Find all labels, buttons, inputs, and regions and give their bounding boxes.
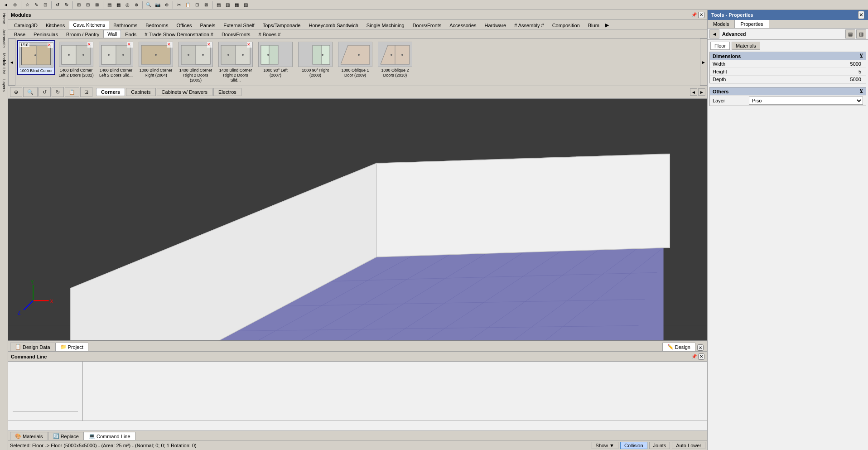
subcat-tab-wall[interactable]: Wall	[103, 30, 121, 38]
joints-btn[interactable]: Joints	[649, 442, 670, 449]
cat-tab-bathrooms[interactable]: Bathrooms	[109, 21, 141, 29]
layer-select[interactable]: Piso Default Layer 1	[749, 97, 863, 105]
module-item-3[interactable]: ✕ 1400 Blind Corner Left 2 Doors Slid...	[97, 40, 135, 79]
subcat-tab-trade-show[interactable]: # Trade Show Demonstration #	[140, 30, 217, 38]
command-close-btn[interactable]: ✕	[698, 353, 704, 360]
toolbar-btn-1[interactable]: ◄	[2, 1, 10, 9]
sub-toolbar-btn-1[interactable]: ⊕	[10, 87, 22, 97]
cat-tab-offices[interactable]: Offices	[172, 21, 196, 29]
cat-tab-more[interactable]: ▶	[603, 21, 611, 29]
cmd-tab-materials[interactable]: 🎨 Materials	[10, 432, 48, 440]
cat-tab-composition[interactable]: Composition	[548, 21, 584, 29]
toolbar-btn-23[interactable]: ▥	[223, 1, 231, 9]
module-item-4[interactable]: ✕ 1000 Blind Corner Right (2004)	[137, 40, 175, 79]
cat-tab-bedrooms[interactable]: Bedrooms	[141, 21, 172, 29]
sub-toolbar-btn-6[interactable]: ⊡	[80, 87, 92, 97]
module-item-10[interactable]: 1000 Oblique 2 Doors (2010)	[376, 40, 414, 79]
module-delete-6[interactable]: ✕	[247, 42, 252, 48]
module-item-6[interactable]: ✕ 1400 Blind Corner Right 2 Doors Slid..…	[217, 40, 255, 84]
right-table-icon-2[interactable]: ▥	[856, 29, 866, 39]
cat-tab-assembly[interactable]: # Assembly #	[510, 21, 548, 29]
subcat-tab-base[interactable]: Base	[10, 30, 29, 38]
cmd-tab-command-line[interactable]: 💻 Command Line	[84, 432, 135, 440]
filter-tab-cabinets-drawers[interactable]: Cabinets w/ Drawers	[157, 88, 212, 96]
module-scroll-right[interactable]: ►	[700, 39, 707, 86]
subcat-tab-doors[interactable]: Doors/Fronts	[217, 30, 255, 38]
right-panel-close-btn[interactable]: ✕	[858, 11, 864, 19]
cat-tab-panels[interactable]: Panels	[196, 21, 220, 29]
module-item-2[interactable]: ✕ 1400 Blind Corner Left 2 Doors (2002)	[57, 40, 95, 79]
toolbar-btn-8[interactable]: ⊞	[75, 1, 83, 9]
command-pin-btn[interactable]: 📌	[690, 353, 698, 361]
toolbar-btn-9[interactable]: ⊟	[84, 1, 92, 9]
others-collapse[interactable]: ⊻	[859, 88, 863, 94]
module-scroll-left[interactable]: ◄	[8, 39, 15, 86]
viewport-scroll-left-btn[interactable]: ◄	[690, 88, 697, 96]
module-delete-2[interactable]: ✕	[87, 42, 93, 48]
toolbar-btn-6[interactable]: ↺	[53, 1, 62, 9]
right-tab-properties[interactable]: Properties	[735, 20, 769, 28]
right-table-icon-1[interactable]: ▤	[845, 29, 855, 39]
subcat-tab-boxes[interactable]: # Boxes #	[255, 30, 285, 38]
collision-btn[interactable]: Collision	[620, 442, 647, 449]
module-delete-3[interactable]: ✕	[127, 42, 133, 48]
cat-tab-blum[interactable]: Blum	[584, 21, 603, 29]
toolbar-btn-24[interactable]: ▦	[232, 1, 241, 9]
subcat-tab-broom[interactable]: Broom / Pantry	[62, 30, 103, 38]
toolbar-btn-13[interactable]: ◎	[123, 1, 131, 9]
sub-toolbar-btn-5[interactable]: 📋	[65, 87, 79, 97]
cat-tab-external-shelf[interactable]: External Shelf	[219, 21, 258, 29]
module-item-5[interactable]: ✕ 1400 Blind Corner Right 2 Doors (2005)	[177, 40, 215, 84]
dimensions-collapse[interactable]: ⊻	[859, 53, 863, 59]
cat-tab-hardware[interactable]: Hardware	[481, 21, 511, 29]
toolbar-btn-18[interactable]: ✂	[175, 1, 183, 9]
toolbar-btn-25[interactable]: ▧	[241, 1, 250, 9]
right-sub-tab-materials[interactable]: Materials	[732, 42, 760, 50]
toolbar-btn-11[interactable]: ▤	[105, 1, 113, 9]
toolbar-btn-14[interactable]: ⊛	[132, 1, 140, 9]
cat-tab-catalog3d[interactable]: Catalog3D	[10, 21, 42, 29]
toolbar-btn-22[interactable]: ▤	[214, 1, 222, 9]
toolbar-btn-17[interactable]: ⊕	[163, 1, 171, 9]
cat-tab-doors-fronts[interactable]: Doors/Fronts	[409, 21, 446, 29]
toolbar-btn-20[interactable]: ⊡	[193, 1, 201, 9]
toolbar-btn-15[interactable]: 🔍	[145, 1, 153, 9]
toolbar-btn-10[interactable]: ⊠	[93, 1, 101, 9]
command-input-field[interactable]	[8, 421, 707, 431]
cmd-tab-replace[interactable]: 🔄 Replace	[48, 432, 84, 440]
module-item-8[interactable]: 1000 90° Right (2008)	[296, 40, 334, 79]
bottom-tab-design[interactable]: ✏️ Design	[662, 343, 695, 351]
sub-toolbar-btn-4[interactable]: ↻	[52, 87, 64, 97]
cat-tab-tops[interactable]: Tops/Tamponade	[259, 21, 305, 29]
toolbar-btn-4[interactable]: ✎	[32, 1, 40, 9]
module-delete-1[interactable]: ✕	[48, 43, 53, 48]
toolbar-btn-16[interactable]: 📷	[154, 1, 162, 9]
toolbar-btn-7[interactable]: ↻	[63, 1, 71, 9]
module-item-1[interactable]: 1/10 ✕ 1000 Blind Corner	[17, 40, 55, 75]
module-delete-4[interactable]: ✕	[167, 42, 173, 48]
subcat-tab-ends[interactable]: Ends	[121, 30, 140, 38]
show-btn[interactable]: Show ▼	[592, 442, 618, 449]
toolbar-btn-12[interactable]: ▦	[114, 1, 122, 9]
filter-tab-electros[interactable]: Electros	[213, 88, 241, 96]
module-delete-5[interactable]: ✕	[207, 42, 212, 48]
right-tab-models[interactable]: Models	[708, 20, 735, 28]
bottom-tab-design-data[interactable]: 📋 Design Data	[10, 343, 55, 351]
cat-tab-kitchens[interactable]: Kitchens	[42, 21, 69, 29]
sidebar-tab-module-list[interactable]: Module List	[1, 51, 7, 76]
modules-close-btn[interactable]: ✕	[698, 12, 704, 18]
subcat-tab-peninsulas[interactable]: Peninsulas	[29, 30, 62, 38]
cat-tab-cava-kitchens[interactable]: Cava Kitchens	[69, 21, 109, 29]
filter-tab-cabinets[interactable]: Cabinets	[126, 88, 155, 96]
toolbar-btn-3[interactable]: ☆	[23, 1, 31, 9]
right-icon-left[interactable]: ◄	[709, 29, 719, 39]
cat-tab-honeycomb[interactable]: Honeycomb Sandwich	[304, 21, 362, 29]
toolbar-btn-5[interactable]: ⊡	[41, 1, 49, 9]
sub-toolbar-btn-3[interactable]: ↺	[39, 87, 51, 97]
cat-tab-single-machining[interactable]: Single Machining	[362, 21, 409, 29]
cat-tab-accessories[interactable]: Accessories	[445, 21, 480, 29]
sub-toolbar-btn-2[interactable]: 🔍	[23, 87, 38, 97]
viewport[interactable]: X Y Z	[8, 99, 707, 340]
right-sub-tab-floor[interactable]: Floor	[710, 42, 730, 50]
module-item-7[interactable]: 1000 90° Left (2007)	[256, 40, 294, 79]
